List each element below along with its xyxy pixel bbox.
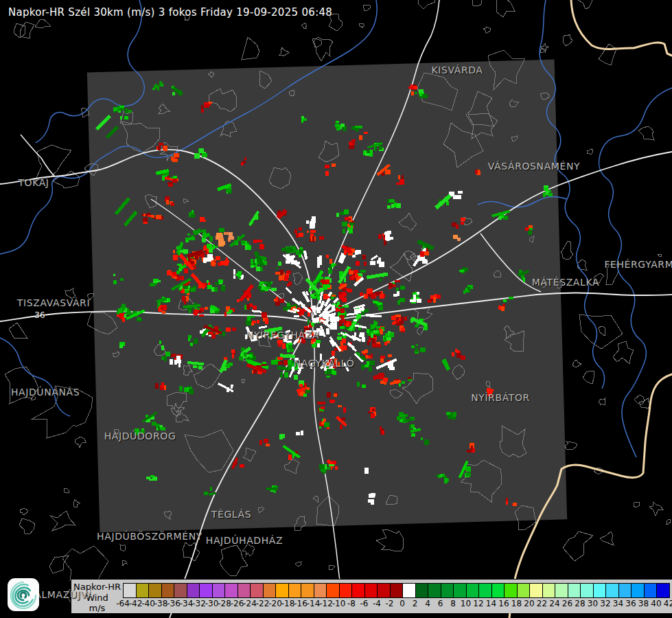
legend-color-box: [594, 584, 607, 597]
legend-color-box: [657, 584, 669, 597]
legend-color-box: [225, 584, 238, 597]
legend-color-box: [301, 584, 314, 597]
legend-tick: -12: [319, 599, 333, 608]
hungaromet-spiral-logo: [8, 578, 39, 611]
legend-color-strip: [123, 583, 670, 598]
legend-tick: 42: [664, 599, 672, 608]
legend-color-box: [416, 584, 429, 597]
page-title: Napkor-HR Szél 30km (m/s) 3 fokos Friday…: [8, 6, 332, 19]
legend-tick: 14: [486, 599, 496, 608]
legend-color-box: [555, 584, 568, 597]
legend-tick: -42: [129, 599, 143, 608]
legend-tick: 16: [498, 599, 509, 608]
legend-tick: -14: [307, 599, 321, 608]
legend-tick: -64: [116, 599, 130, 608]
legend-tick: 32: [600, 599, 610, 608]
legend-color-box: [264, 584, 277, 597]
radar-screen: Napkor-HR Szél 30km (m/s) 3 fokos Friday…: [0, 0, 672, 618]
legend-color-box: [365, 584, 378, 597]
legend-tick: 30: [588, 599, 598, 608]
legend-color-box: [632, 584, 645, 597]
legend-tick: -10: [332, 599, 346, 608]
legend-color-box: [352, 584, 365, 597]
legend-tick: -22: [256, 599, 270, 608]
legend-color-box: [174, 584, 187, 597]
legend-color-box: [187, 584, 200, 597]
city-label: TISZAVASVÁRI: [17, 297, 90, 308]
legend-color-box: [428, 584, 441, 597]
road-number-label: 36: [34, 310, 45, 320]
city-label: FEHÉRGYARMAT: [604, 259, 672, 270]
legend-tick: -26: [231, 599, 244, 608]
legend-color-box: [479, 584, 492, 597]
legend-color-box: [238, 584, 251, 597]
legend-tick: -8: [347, 599, 356, 608]
city-label: HAJDÚNÁNÁS: [11, 387, 80, 398]
legend-color-box: [518, 584, 531, 597]
legend-color-box: [606, 584, 619, 597]
legend-tick: 12: [473, 599, 483, 608]
legend-tick: -16: [294, 599, 308, 608]
legend-color-box: [492, 584, 505, 597]
legend-color-box: [137, 584, 150, 597]
legend-tick: 20: [524, 599, 534, 608]
legend-tick: 8: [450, 599, 456, 608]
legend-tick: 36: [625, 599, 636, 608]
legend-tick: 0: [399, 599, 405, 608]
legend-tick: -30: [205, 599, 219, 608]
legend-unit: m/s: [71, 603, 123, 613]
legend-tick: -20: [268, 599, 282, 608]
legend-color-box: [378, 584, 391, 597]
legend-tick: -2: [386, 599, 394, 608]
legend-color-box: [124, 584, 137, 597]
legend-tick: 18: [511, 599, 522, 608]
city-label: NAGYKÁLLÓ: [294, 358, 355, 369]
city-label: MÁTÉSZALKA: [532, 277, 599, 288]
radar-map: [0, 0, 672, 618]
legend-tick: 26: [562, 599, 572, 608]
legend-color-box: [213, 584, 226, 597]
city-label: TÉGLÁS: [211, 509, 251, 520]
legend-color-box: [530, 584, 543, 597]
legend-color-box: [645, 584, 658, 597]
legend-color-box: [403, 584, 416, 597]
legend-color-box: [568, 584, 581, 597]
legend-color-box: [467, 584, 480, 597]
spiral-icon: [10, 581, 38, 610]
city-label: NYÍREGYHÁZA: [246, 330, 319, 341]
legend-color-box: [327, 584, 340, 597]
legend-color-box: [454, 584, 467, 597]
legend-color-box: [251, 584, 264, 597]
legend-tick: -32: [192, 599, 206, 608]
legend-tick: 6: [438, 599, 443, 608]
legend-tick: 22: [537, 599, 547, 608]
legend-color-box: [340, 584, 353, 597]
legend-tick: -4: [373, 599, 381, 608]
legend-tick: -38: [154, 599, 168, 608]
legend-tick: -34: [180, 599, 194, 608]
legend-tick: 34: [613, 599, 623, 608]
legend-tick: 24: [549, 599, 559, 608]
legend-color-box: [581, 584, 594, 597]
color-scale-legend: Napkor-HR Wind m/s -64-42-40-38-36-34-32…: [71, 579, 672, 613]
legend-color-box: [162, 584, 175, 597]
legend-color-box: [505, 584, 518, 597]
legend-tick: -6: [360, 599, 369, 608]
legend-tick: -40: [141, 599, 155, 608]
legend-tick: 40: [651, 599, 661, 608]
city-label: HAJDÚBÖSZÖRMÉNY: [97, 531, 202, 542]
legend-tick: -36: [167, 599, 181, 608]
legend-tick: 28: [575, 599, 585, 608]
legend-color-box: [619, 584, 632, 597]
legend-color-box: [289, 584, 302, 597]
legend-tick: -24: [243, 599, 257, 608]
legend-color-box: [149, 584, 162, 597]
city-label: NYÍRBÁTOR: [471, 392, 530, 403]
legend-tick: -18: [281, 599, 295, 608]
legend-color-box: [543, 584, 556, 597]
city-label: KISVÁRDA: [431, 65, 483, 76]
legend-tick: 2: [413, 599, 418, 608]
legend-color-box: [314, 584, 327, 597]
legend-tick: 38: [638, 599, 649, 608]
city-label: VÁSÁROSNAMÉNY: [488, 161, 580, 172]
